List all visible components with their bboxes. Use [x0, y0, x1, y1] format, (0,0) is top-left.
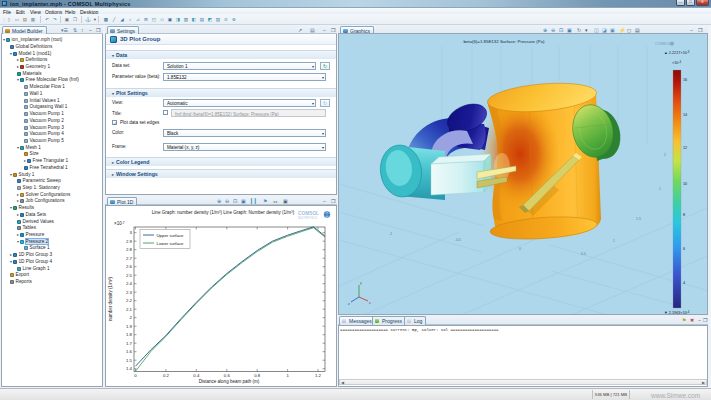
svg-text:3: 3 — [130, 230, 133, 235]
svg-text:1.4: 1.4 — [126, 366, 133, 371]
svg-text:x: x — [369, 301, 371, 305]
svg-text:2.5: 2.5 — [126, 273, 133, 278]
svg-text:0.8: 0.8 — [254, 373, 261, 378]
svg-text:6: 6 — [683, 247, 685, 251]
svg-text:16: 16 — [683, 78, 687, 82]
svg-text:0: 0 — [519, 247, 521, 251]
svg-text:Upper surface: Upper surface — [157, 233, 185, 238]
svg-text:Line Graph: number density (1/: Line Graph: number density (1/m³) Line G… — [152, 210, 295, 215]
svg-text:MULTIPHYSICS: MULTIPHYSICS — [298, 216, 317, 220]
svg-text:1.9: 1.9 — [126, 324, 133, 329]
svg-text:Lower surface: Lower surface — [157, 241, 185, 246]
svg-text:0: 0 — [134, 373, 137, 378]
svg-text:2: 2 — [130, 315, 133, 320]
svg-text:beta(6)=1.85E132 Surface: Pre: beta(6)=1.85E132 Surface: Pressure (Pa) — [463, 39, 545, 44]
svg-text:number density (1/m³): number density (1/m³) — [108, 276, 113, 321]
svg-text:1.5: 1.5 — [126, 358, 133, 363]
svg-text:14: 14 — [683, 113, 687, 117]
svg-text:2.7: 2.7 — [126, 256, 133, 261]
svg-text:COMSOL: COMSOL — [655, 42, 672, 46]
svg-text:0.5: 0.5 — [581, 252, 586, 256]
svg-text:z: z — [348, 302, 350, 306]
svg-text:▲ 2.2217×10-3: ▲ 2.2217×10-3 — [664, 50, 690, 55]
svg-text:10: 10 — [683, 182, 687, 186]
svg-text:1.6: 1.6 — [126, 349, 133, 354]
svg-text:1: 1 — [659, 187, 661, 191]
svg-text:1.2: 1.2 — [315, 373, 322, 378]
svg-text:8: 8 — [683, 213, 685, 217]
svg-text:COMSOL: COMSOL — [298, 211, 319, 216]
svg-text:2.6: 2.6 — [126, 264, 133, 269]
svg-text:12: 12 — [683, 146, 687, 150]
svg-text:1: 1 — [613, 239, 615, 243]
svg-text:0.6: 0.6 — [224, 373, 231, 378]
svg-text:×10-7: ×10-7 — [114, 221, 125, 227]
svg-text:Distance along beam path (m): Distance along beam path (m) — [199, 379, 260, 384]
svg-text:2: 2 — [664, 153, 666, 157]
svg-text:2.4: 2.4 — [126, 281, 133, 286]
svg-text:0.4: 0.4 — [193, 373, 200, 378]
svg-text:1: 1 — [286, 373, 289, 378]
svg-text:-1: -1 — [389, 232, 392, 236]
svg-text:2.1: 2.1 — [126, 307, 133, 312]
svg-text:4: 4 — [683, 281, 685, 285]
svg-text:0.2: 0.2 — [163, 373, 170, 378]
svg-text:2.9: 2.9 — [126, 239, 133, 244]
svg-text:2.3: 2.3 — [126, 290, 133, 295]
svg-text:1.5: 1.5 — [636, 217, 641, 221]
svg-text:2.2: 2.2 — [126, 298, 133, 303]
svg-text:1.7: 1.7 — [126, 341, 133, 346]
svg-text:2.8: 2.8 — [126, 247, 133, 252]
svg-text:-0.5: -0.5 — [455, 238, 461, 242]
svg-text:y: y — [360, 281, 362, 285]
svg-text:1.8: 1.8 — [126, 332, 133, 337]
